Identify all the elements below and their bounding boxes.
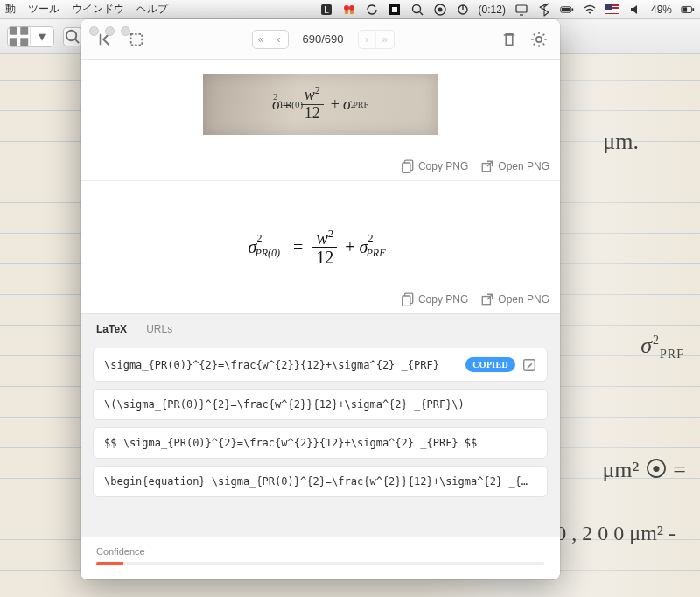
sync-icon[interactable] — [365, 3, 379, 17]
copy-icon — [401, 292, 415, 306]
rendered-panel: σ2PR(0) = w212 + σ2PRF Copy PNG Open PNG — [80, 180, 560, 313]
tab-urls[interactable]: URLs — [146, 323, 172, 341]
power-icon[interactable] — [456, 3, 470, 17]
svg-point-3 — [349, 5, 354, 11]
zoom-icon[interactable] — [63, 27, 82, 46]
svg-rect-18 — [692, 8, 694, 11]
menubar-item[interactable]: ツール — [28, 2, 60, 17]
page-counter: 690/690 — [294, 32, 353, 46]
latex-text: \(\sigma_{PR(0)}^{2}=\frac{w^{2}}{12}+\s… — [104, 398, 536, 411]
tab-latex[interactable]: LaTeX — [96, 323, 127, 341]
svg-rect-19 — [10, 27, 18, 35]
window-traffic-lights[interactable] — [89, 26, 130, 36]
copy-png-label: Copy PNG — [418, 160, 468, 172]
svg-point-4 — [344, 10, 348, 14]
external-icon — [480, 159, 494, 173]
copy-png-button[interactable]: Copy PNG — [401, 159, 468, 173]
crop-icon[interactable] — [128, 31, 145, 48]
copy-png-label: Copy PNG — [418, 293, 468, 306]
latex-row[interactable]: $$ \sigma_{PR(0)}^{2}=\frac{w^{2}}{12}+\… — [93, 427, 548, 459]
box-icon[interactable] — [388, 3, 402, 17]
svg-point-23 — [66, 30, 76, 39]
wifi-icon[interactable] — [583, 3, 597, 17]
svg-rect-12 — [516, 5, 527, 12]
latex-row[interactable]: \begin{equation} \sigma_{PR(0)}^{2}=\fra… — [93, 466, 548, 497]
svg-point-10 — [438, 7, 442, 11]
copied-badge: COPIED — [466, 357, 515, 372]
popup-toolbar: «‹ 690/690 ›» — [80, 19, 560, 60]
open-png-label: Open PNG — [498, 160, 550, 172]
chevron-down-icon[interactable]: ▾ — [31, 28, 53, 45]
open-png-label: Open PNG — [498, 293, 550, 306]
volume-icon[interactable] — [628, 3, 642, 17]
handwriting: σ2PRF — [640, 333, 684, 362]
svg-rect-15 — [572, 8, 574, 11]
handwriting: 2 0 , 2 0 0 μm² - — [540, 522, 676, 545]
output-tabs: LaTeX URLs — [80, 313, 560, 348]
menubar-item[interactable]: ヘルプ — [136, 2, 168, 17]
copy-icon — [401, 159, 415, 173]
svg-rect-27 — [402, 163, 410, 172]
svg-rect-30 — [402, 296, 410, 306]
latex-text: $$ \sigma_{PR(0)}^{2}=\frac{w^{2}}{12}+\… — [104, 437, 536, 449]
latex-row[interactable]: \sigma_{PR(0)}^{2}=\frac{w^{2}}{12}+\sig… — [93, 348, 548, 382]
flag-us-icon[interactable] — [606, 4, 620, 14]
confidence-label: Confidence — [96, 546, 544, 557]
first-icon[interactable]: « — [253, 31, 270, 48]
view-segmented[interactable]: ▾ — [7, 26, 54, 47]
external-icon — [480, 292, 494, 306]
svg-rect-22 — [20, 38, 28, 46]
confidence-section: Confidence — [80, 537, 560, 579]
svg-point-8 — [412, 4, 420, 12]
timer-text[interactable]: (0:12) — [479, 4, 506, 16]
screenshare-icon[interactable] — [514, 3, 528, 17]
mathpix-popup: «‹ 690/690 ›» σPR(0)2 = w212 + σ2PRF Cop… — [80, 19, 560, 579]
butterfly-icon[interactable] — [342, 3, 356, 17]
latex-row[interactable]: \(\sigma_{PR(0)}^{2}=\frac{w^{2}}{12}+\s… — [93, 389, 548, 420]
handwriting: μm² ⦿ = — [602, 457, 686, 483]
svg-rect-24 — [131, 33, 143, 45]
nav-next-last[interactable]: ›» — [358, 30, 395, 49]
confidence-bar — [96, 562, 544, 565]
svg-point-25 — [536, 36, 542, 41]
svg-rect-17 — [682, 7, 687, 11]
battery-small-icon — [681, 3, 695, 17]
latex-text: \sigma_{PR(0)}^{2}=\frac{w^{2}}{12}+\sig… — [104, 359, 458, 371]
svg-point-5 — [349, 10, 354, 14]
nav-first-prev[interactable]: «‹ — [252, 30, 289, 49]
open-png-button[interactable]: Open PNG — [480, 292, 550, 306]
copy-png-button[interactable]: Copy PNG — [401, 292, 468, 306]
latex-text: \begin{equation} \sigma_{PR(0)}^{2}=\fra… — [104, 475, 536, 488]
next-icon[interactable]: › — [359, 31, 376, 48]
grid-icon[interactable] — [8, 25, 31, 47]
source-snippet: σPR(0)2 = w212 + σ2PRF — [203, 74, 438, 135]
mac-menubar: 動 ツール ウインドウ ヘルプ L (0:12) 49% — [0, 0, 700, 19]
last-icon[interactable]: » — [376, 31, 394, 48]
app-l-icon[interactable]: L — [319, 3, 333, 17]
menubar-item[interactable]: 動 — [5, 2, 16, 17]
battery-text: 49% — [651, 4, 672, 16]
handwriting: μm. — [603, 129, 639, 155]
magnify-q-icon[interactable] — [410, 3, 424, 17]
trash-icon[interactable] — [500, 31, 518, 48]
cloud-icon[interactable] — [433, 3, 447, 17]
source-image-panel: σPR(0)2 = w212 + σ2PRF Copy PNG Open PNG — [80, 60, 560, 180]
svg-rect-7 — [392, 7, 397, 12]
gear-icon[interactable] — [530, 31, 548, 48]
latex-output-list: \sigma_{PR(0)}^{2}=\frac{w^{2}}{12}+\sig… — [80, 348, 560, 537]
bluetooth-icon[interactable] — [537, 3, 551, 17]
battery-bar-icon[interactable] — [560, 3, 574, 17]
svg-rect-14 — [562, 8, 570, 11]
open-png-button[interactable]: Open PNG — [480, 159, 550, 173]
prev-icon[interactable]: ‹ — [270, 31, 288, 48]
svg-point-2 — [344, 5, 349, 11]
svg-text:L: L — [324, 5, 329, 15]
svg-rect-21 — [10, 38, 18, 46]
svg-rect-20 — [20, 27, 28, 35]
edit-icon[interactable] — [522, 358, 536, 372]
menubar-item[interactable]: ウインドウ — [72, 2, 124, 17]
confidence-fill — [96, 562, 123, 565]
